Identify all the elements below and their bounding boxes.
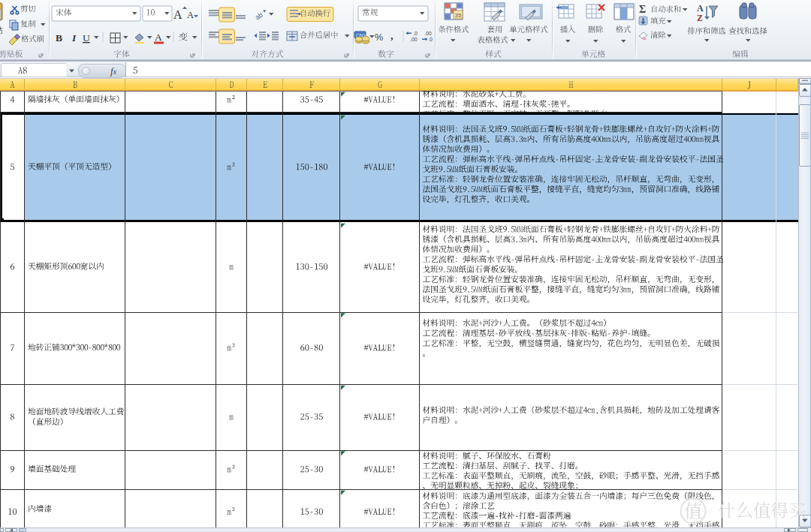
svg-text:Σ: Σ	[639, 4, 646, 15]
svg-text:A: A	[187, 10, 194, 20]
svg-text:A: A	[155, 32, 162, 43]
svg-text:.00: .00	[410, 37, 418, 42]
svg-text:fx: fx	[110, 65, 117, 77]
svg-text:%: %	[375, 32, 383, 43]
svg-text:A: A	[173, 8, 182, 21]
svg-text:B: B	[56, 32, 62, 44]
svg-text:.0: .0	[413, 31, 418, 36]
svg-text:ab: ab	[254, 11, 264, 21]
svg-text:35: 35	[455, 12, 462, 19]
svg-text:I: I	[71, 32, 77, 44]
svg-text:.00: .00	[424, 31, 432, 36]
svg-text:Z: Z	[697, 13, 703, 23]
svg-text:U: U	[83, 32, 90, 44]
svg-text:,: ,	[390, 29, 393, 41]
svg-text:A: A	[697, 3, 704, 14]
svg-text:.0: .0	[428, 37, 433, 42]
